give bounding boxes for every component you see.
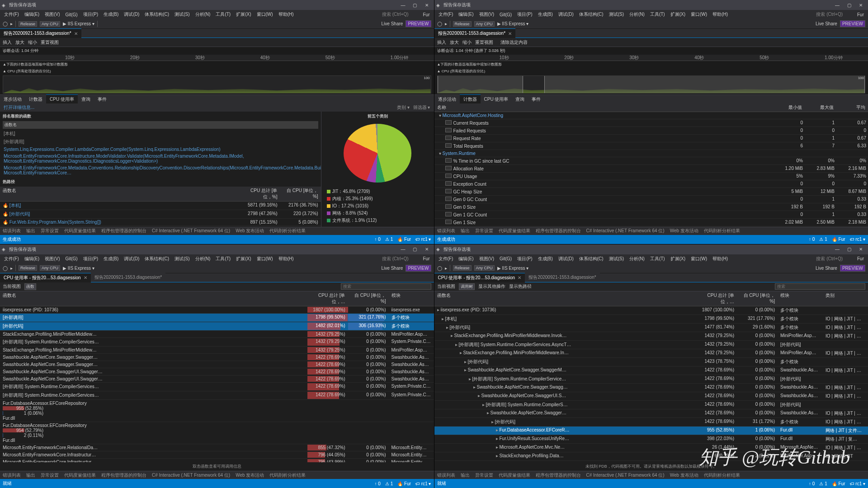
tree-row[interactable]: ▸[本机]1798 (99.50%)321 (17.76%)多个模块IO | 网…: [434, 315, 868, 324]
insert-btn[interactable]: 插入: [3, 39, 12, 46]
output-tab[interactable]: C# Interactive (.NET Framework 64 位): [584, 227, 667, 235]
menu-item[interactable]: 扩展(X): [234, 255, 253, 263]
menu-item[interactable]: 生成(B): [536, 255, 555, 263]
menu-item[interactable]: 生成(B): [536, 10, 555, 19]
counter-row[interactable]: Gen 1 Size2.02 MiB2.50 MiB2.18 MiB: [434, 219, 868, 226]
output-tab[interactable]: 程序包管理器的控制台: [99, 227, 149, 235]
output-tab[interactable]: 输出: [458, 227, 472, 235]
menu-item[interactable]: 窗口(W): [255, 255, 275, 263]
view-dropdown[interactable]: 函数: [24, 283, 36, 290]
counter-row[interactable]: Current Requests010.67: [434, 119, 868, 127]
menu-item[interactable]: 调试(D): [122, 10, 142, 19]
table-row[interactable]: Fur.DatabaseAccessor.EFCoreRepository954…: [0, 422, 434, 444]
fwd-icon[interactable]: ▸: [10, 21, 13, 26]
tree-row[interactable]: ▸[外部代码]1423 (78.75%)0 (0.00%)多个模块: [434, 358, 868, 366]
tool-tab[interactable]: 计数器: [460, 94, 481, 104]
view-dropdown[interactable]: 调用树: [459, 283, 475, 290]
counter-row[interactable]: Gen 0 Size192 B192 B192 B: [434, 203, 868, 211]
tool-tab[interactable]: CPU 使用率: [481, 95, 512, 104]
menu-item[interactable]: Git(G): [497, 255, 514, 262]
table-row[interactable]: [外部调用] System.Runtime.CompilerServices…1…: [0, 338, 434, 347]
menu-item[interactable]: 窗口(W): [689, 255, 709, 263]
menu-item[interactable]: 窗口(W): [255, 10, 275, 19]
menu-item[interactable]: 扩展(X): [668, 255, 688, 263]
counter-row[interactable]: GC Heap Size5 MiB12 MiB8.67 MiB: [434, 188, 868, 196]
menu-item[interactable]: 调试(D): [556, 10, 576, 19]
menu-item[interactable]: 视图(V): [42, 10, 62, 19]
platform-dropdown[interactable]: Any CPU: [40, 21, 60, 27]
tree-row[interactable]: ▸iisexpress.exe (PID: 10736)1807 (100.00…: [434, 306, 868, 315]
table-row[interactable]: Microsoft.EntityFrameworkCore.Relational…: [0, 444, 434, 451]
filter-dropdown[interactable]: 筛选器 ▾: [413, 104, 430, 111]
tree-row[interactable]: ▸Fur.UnifyResult.SuccessUnifyRe…398 (22.…: [434, 435, 868, 444]
output-tab[interactable]: 程序包管理器的控制台: [533, 471, 584, 479]
output-tab[interactable]: Web 发布活动: [233, 471, 267, 479]
counter-row[interactable]: Total Requests676.33: [434, 142, 868, 150]
zoom-btn[interactable]: 缩小: [28, 39, 37, 46]
menu-item[interactable]: 工具(T): [648, 10, 667, 19]
run-button[interactable]: ▶ IIS Express ▾: [63, 21, 94, 26]
menu-item[interactable]: 体系结构(C): [142, 10, 171, 19]
tree-row[interactable]: ▸Swashbuckle.AspNetCore.Swagger…1422 (78…: [434, 409, 868, 418]
tab-diagsession[interactable]: 报告20200921-1553.diagsession*✕: [0, 28, 81, 38]
output-tab[interactable]: 代码剖析分析结果: [701, 471, 743, 479]
table-row[interactable]: Fur.DatabaseAccessor.EFCoreRepository955…: [0, 400, 434, 422]
menu-item[interactable]: 分析(N): [193, 255, 213, 263]
menu-item[interactable]: 帮助(H): [710, 10, 730, 19]
menu-item[interactable]: 体系结构(C): [577, 10, 606, 19]
open-details-link[interactable]: 打开详细信息...: [4, 104, 34, 111]
menu-item[interactable]: 测试(S): [607, 255, 626, 263]
output-tab[interactable]: 程序包管理器的控制台: [99, 471, 149, 479]
cpu-chart-selected[interactable]: 100: [437, 75, 866, 94]
tree-row[interactable]: ▸StackExchange.Profiling.MiniProfilerMid…: [434, 332, 868, 341]
table-row[interactable]: Microsoft.EntityFrameworkCore.Infrastruc…: [0, 459, 434, 463]
menu-item[interactable]: 生成(B): [101, 10, 121, 19]
output-tab[interactable]: 输出: [24, 227, 38, 235]
table-row[interactable]: StackExchange.Profiling.MiniProfilerMidd…: [0, 331, 434, 338]
output-tab[interactable]: 代码度量值结果: [496, 471, 533, 479]
menu-item[interactable]: 工具(T): [213, 255, 233, 263]
menu-item[interactable]: 帮助(H): [276, 255, 296, 263]
expand-btn[interactable]: 放大: [15, 39, 24, 46]
table-row[interactable]: Swashbuckle.AspNetCore.SwaggerUI.Swagger…: [0, 368, 434, 375]
tree-row[interactable]: ▸[外部代码]1422 (78.69%)31 (1.72%)多个模块IO | 网…: [434, 418, 868, 427]
tree-row[interactable]: ▸[外部代码]1477 (81.74%)29 (1.60%)多个模块IO | 网…: [434, 324, 868, 332]
menu-item[interactable]: 编辑(E): [456, 255, 476, 263]
output-tab[interactable]: C# Interactive (.NET Framework 64 位): [149, 227, 233, 235]
menu-item[interactable]: 项目(P): [515, 10, 534, 19]
menu-item[interactable]: Git(G): [63, 11, 80, 18]
tool-tab[interactable]: 事件: [94, 95, 110, 104]
menu-item[interactable]: 编辑(E): [456, 10, 476, 19]
output-tab[interactable]: 代码度量值结果: [61, 471, 99, 479]
counter-row[interactable]: Gen 0 GC Count010.33: [434, 196, 868, 203]
table-row[interactable]: [外部调用] System.Runtime.CompilerServices…1…: [0, 383, 434, 391]
menu-item[interactable]: 测试(S): [607, 10, 626, 19]
expand-hot-btn[interactable]: 显示其他操作: [478, 283, 505, 290]
menu-item[interactable]: 分析(N): [627, 10, 647, 19]
counter-row[interactable]: Request Rate010.67: [434, 135, 868, 142]
menu-item[interactable]: 分析(N): [627, 255, 647, 263]
back-icon[interactable]: ◯: [3, 21, 8, 26]
output-tab[interactable]: 代码度量值结果: [61, 227, 99, 235]
maximize-button[interactable]: ▢: [410, 1, 420, 9]
tool-tab[interactable]: 计数器: [25, 95, 46, 104]
type-filter[interactable]: 类别 ▾: [397, 104, 410, 111]
table-row[interactable]: Swashbuckle.AspNetCore.Swagger.Swagger…1…: [0, 361, 434, 368]
close-button[interactable]: ✕: [421, 1, 432, 9]
menu-item[interactable]: 视图(V): [477, 255, 496, 263]
output-tab[interactable]: 异常设置: [472, 227, 496, 235]
menu-item[interactable]: 扩展(X): [668, 10, 688, 19]
table-row[interactable]: [外部调用] System.Runtime.CompilerServices…1…: [0, 391, 434, 400]
counter-row[interactable]: Allocation Rate1.20 MiB2.83 MiB2.16 MiB: [434, 165, 868, 173]
output-tab[interactable]: 错误列表: [0, 471, 24, 479]
menu-item[interactable]: 编辑(E): [22, 10, 42, 19]
tool-tab[interactable]: 逐步活动: [0, 95, 25, 104]
show-hot-btn[interactable]: 显示热路径: [509, 283, 532, 290]
close-icon[interactable]: ✕: [74, 31, 78, 36]
table-row[interactable]: StackExchange.Profiling.MiniProfilerMidd…: [0, 347, 434, 354]
tree-row[interactable]: ▸[外部调用] System.Runtime.CompilerService…1…: [434, 375, 868, 384]
output-tab[interactable]: 程序包管理器的控制台: [533, 227, 584, 235]
output-tab[interactable]: C# Interactive (.NET Framework 64 位): [149, 471, 233, 479]
menu-item[interactable]: 项目(P): [515, 255, 534, 263]
counter-row[interactable]: % Time in GC since last GC0%0%0%: [434, 157, 868, 165]
